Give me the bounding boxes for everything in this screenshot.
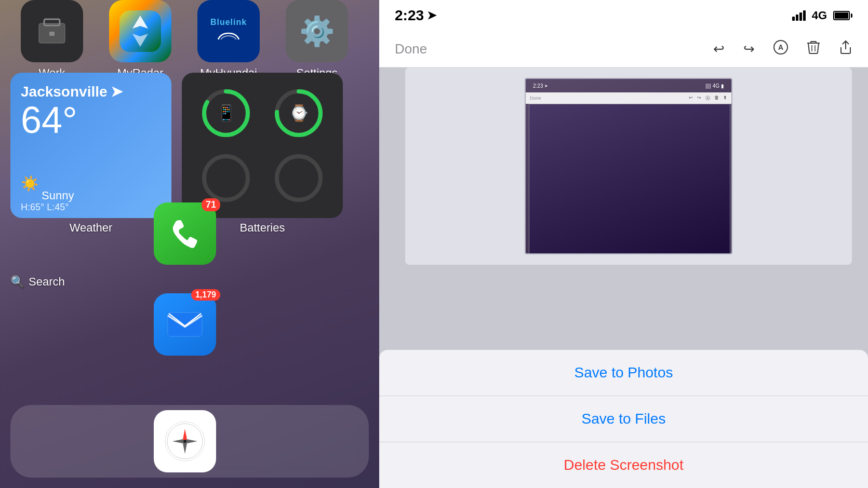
svg-point-21 bbox=[183, 440, 186, 443]
bluelink-icon: Bluelink bbox=[197, 0, 260, 62]
preview-delete-icon: 🗑 bbox=[714, 95, 719, 102]
weather-temp: 64° bbox=[21, 101, 161, 139]
app-myradar[interactable]: MyRadar bbox=[99, 0, 182, 80]
preview-area: 2:23 ➤ |||| 4G ▮ Done ↩ ↪ Ⓐ 🗑 ⬆ bbox=[405, 67, 852, 265]
save-to-files-button[interactable]: Save to Files bbox=[379, 396, 868, 442]
action-sheet: Save to Photos Save to Files Delete Scre… bbox=[379, 350, 868, 488]
status-right: 4G bbox=[792, 9, 852, 22]
left-panel: Work MyRadar bbox=[0, 0, 379, 488]
location-arrow-icon: ➤ bbox=[427, 9, 436, 22]
mail-badge: 1,179 bbox=[191, 289, 220, 301]
weather-sun-icon: ☀️ bbox=[21, 175, 39, 192]
myradar-icon bbox=[109, 0, 171, 62]
preview-toolbar: Done ↩ ↪ Ⓐ 🗑 ⬆ bbox=[526, 92, 731, 104]
batteries-widget[interactable]: 📱 ⌚ bbox=[182, 73, 343, 218]
preview-undo-icon: ↩ bbox=[689, 95, 693, 102]
markup-icon[interactable]: A bbox=[773, 40, 788, 58]
signal-bars-icon bbox=[792, 10, 806, 21]
svg-point-11 bbox=[277, 156, 321, 200]
battery-empty-1 bbox=[192, 148, 260, 208]
share-icon[interactable] bbox=[839, 40, 852, 58]
preview-frame: 2:23 ➤ |||| 4G ▮ Done ↩ ↪ Ⓐ 🗑 ⬆ bbox=[525, 78, 732, 254]
watch-icon: ⌚ bbox=[289, 104, 309, 122]
weather-condition: Sunny bbox=[42, 189, 74, 202]
preview-share-icon: ⬆ bbox=[723, 95, 727, 102]
preview-status: 2:23 ➤ |||| 4G ▮ bbox=[526, 83, 731, 89]
app-myhyundai[interactable]: Bluelink MyHyundai bbox=[187, 0, 270, 80]
search-icon: 🔍 bbox=[10, 275, 24, 289]
svg-text:A: A bbox=[778, 43, 783, 51]
delete-icon[interactable] bbox=[807, 40, 820, 58]
preview-done-label: Done bbox=[530, 96, 541, 101]
app-work[interactable]: Work bbox=[10, 0, 94, 80]
battery-empty-2 bbox=[265, 148, 332, 208]
battery-watch: ⌚ bbox=[265, 83, 332, 143]
battery-phone: 📱 bbox=[192, 83, 260, 143]
mail-app-container[interactable]: 1,179 bbox=[154, 293, 216, 356]
search-bar[interactable]: 🔍 Search bbox=[10, 275, 369, 289]
work-icon bbox=[21, 0, 83, 62]
top-apps-row: Work MyRadar bbox=[0, 0, 379, 80]
svg-rect-2 bbox=[49, 32, 55, 36]
delete-screenshot-button[interactable]: Delete Screenshot bbox=[379, 442, 868, 488]
toolbar-icons: ↩ ↪ A bbox=[713, 40, 852, 58]
preview-toolbar-icons: ↩ ↪ Ⓐ 🗑 ⬆ bbox=[689, 95, 727, 102]
safari-icon bbox=[154, 410, 216, 472]
preview-redo-icon: ↪ bbox=[697, 95, 701, 102]
weather-widget-container: Jacksonville ➤ 64° ☀️ Sunny H:65° L:45° … bbox=[10, 73, 171, 218]
weather-label: Weather bbox=[10, 221, 171, 235]
svg-point-10 bbox=[204, 156, 248, 200]
right-panel: 2:23 ➤ 4G Done ↩ ↪ bbox=[379, 0, 868, 488]
settings-icon: ⚙️ bbox=[286, 0, 348, 62]
weather-city: Jacksonville ➤ bbox=[21, 83, 161, 100]
app-settings[interactable]: ⚙️ Settings bbox=[275, 0, 358, 80]
battery-icon bbox=[833, 11, 852, 20]
preview-inner bbox=[529, 104, 730, 254]
toolbar: Done ↩ ↪ A bbox=[379, 31, 868, 67]
phone-app-container[interactable]: 71 bbox=[154, 202, 216, 265]
status-bar: 2:23 ➤ 4G bbox=[379, 0, 868, 31]
batteries-widget-container: 📱 ⌚ bbox=[182, 73, 343, 218]
redo-icon[interactable]: ↪ bbox=[743, 41, 755, 57]
search-text: Search bbox=[29, 275, 65, 289]
network-type: 4G bbox=[812, 9, 827, 22]
undo-icon[interactable]: ↩ bbox=[713, 41, 725, 57]
weather-widget[interactable]: Jacksonville ➤ 64° ☀️ Sunny H:65° L:45° bbox=[10, 73, 171, 218]
safari-app-container[interactable] bbox=[154, 410, 216, 472]
phone-badge: 71 bbox=[202, 198, 220, 211]
phone-icon: 📱 bbox=[217, 104, 236, 122]
weather-hl: H:65° L:45° bbox=[21, 202, 69, 213]
widgets-row: Jacksonville ➤ 64° ☀️ Sunny H:65° L:45° … bbox=[10, 73, 343, 218]
preview-markup-icon: Ⓐ bbox=[705, 95, 710, 102]
phone-app-icon: 71 bbox=[154, 202, 216, 265]
status-time: 2:23 ➤ bbox=[395, 7, 436, 24]
save-to-photos-button[interactable]: Save to Photos bbox=[379, 350, 868, 396]
mail-app-icon: 1,179 bbox=[154, 293, 216, 356]
done-button[interactable]: Done bbox=[395, 41, 427, 57]
